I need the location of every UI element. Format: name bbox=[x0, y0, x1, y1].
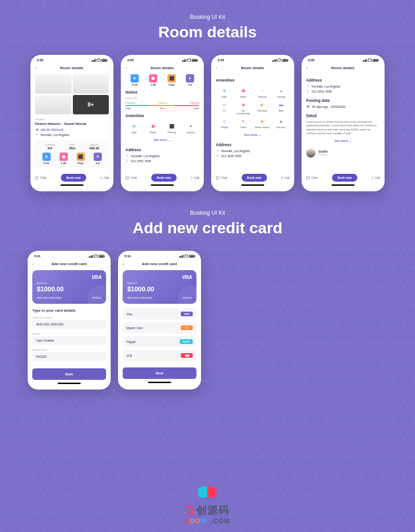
page-title: Room details bbox=[306, 66, 380, 70]
status-icons bbox=[179, 255, 195, 258]
page-header: ‹ Room details bbox=[306, 64, 380, 74]
room-location: ⌖Norwalk, Los Angeles bbox=[35, 133, 109, 136]
address-title: Address bbox=[306, 78, 380, 83]
phone-room-1: 9:09 ‹ Room details 8+ House 2 Desert He… bbox=[30, 55, 113, 191]
amenity-item[interactable]: ◉Air conditioning bbox=[235, 101, 252, 115]
amenities-title: Amenities bbox=[125, 113, 199, 118]
home-indicator[interactable] bbox=[151, 184, 174, 186]
posting-title: Posting date bbox=[306, 98, 380, 103]
status-bar: 9:09 bbox=[216, 59, 290, 64]
home-indicator[interactable] bbox=[332, 184, 355, 186]
amenity-item[interactable]: ◐Washing bbox=[254, 101, 271, 115]
amenity-item[interactable]: ◆Water heater bbox=[254, 118, 271, 129]
call-button[interactable]: ▯ Call bbox=[281, 176, 290, 180]
amenity-item[interactable]: ⬣Water bbox=[144, 123, 161, 134]
amenity-item[interactable]: ▭TV bbox=[216, 101, 233, 115]
home-indicator[interactable] bbox=[241, 184, 264, 186]
phone-icon: ▯ bbox=[306, 89, 310, 93]
call-button[interactable]: ▯ Call bbox=[191, 176, 199, 180]
home-indicator[interactable] bbox=[58, 383, 81, 384]
status-bar: 9:41 bbox=[32, 254, 106, 260]
card-expiry: 09/2022 bbox=[183, 296, 192, 299]
amenity-item[interactable]: ⬥Internet bbox=[273, 87, 290, 98]
gallery-image[interactable] bbox=[35, 74, 71, 94]
section1-title: Room details bbox=[0, 23, 415, 41]
chat-button[interactable]: 💬 Chat bbox=[125, 176, 137, 180]
feature-icon: ⬛ bbox=[167, 74, 176, 83]
battery-icon bbox=[101, 59, 107, 62]
amenity-item[interactable]: ⬣Water bbox=[235, 87, 252, 98]
call-button[interactable]: ▯ Call bbox=[372, 176, 380, 180]
payment-option[interactable]: VisaVISA bbox=[123, 308, 196, 319]
see-more-button[interactable]: See more bbox=[306, 139, 380, 143]
gallery-more-button[interactable]: 8+ bbox=[73, 95, 109, 114]
battery-icon bbox=[373, 59, 378, 62]
watermark-url: LOOWP.COM bbox=[185, 517, 230, 525]
card-number: 4829 0921 8393 6666 bbox=[127, 296, 152, 299]
amenity-icon: ✦ bbox=[187, 123, 195, 130]
feature-icon: ✦ bbox=[94, 153, 102, 161]
balance-label: Balance bbox=[127, 282, 192, 284]
see-more-button[interactable]: See more bbox=[216, 133, 290, 137]
stats-row: Available0/4Size35mDeposit430.36 bbox=[38, 143, 106, 150]
payment-option[interactable]: Master Card●● bbox=[123, 322, 196, 333]
page-header: ‹ Add new credit card bbox=[32, 260, 106, 270]
status-icons bbox=[92, 59, 107, 62]
card-number: 4829 0921 8393 6666 bbox=[37, 296, 62, 299]
book-now-button[interactable]: Book now bbox=[332, 174, 357, 182]
call-button[interactable]: ▯ Call bbox=[101, 176, 109, 180]
expiry-input[interactable]: 09/2022 bbox=[32, 352, 106, 361]
payment-option[interactable]: JCB▮▮▮ bbox=[123, 350, 196, 361]
book-now-button[interactable]: Book now bbox=[151, 174, 177, 182]
amenity-item[interactable]: ✦Internet bbox=[182, 123, 199, 134]
chat-button[interactable]: 💬 Chat bbox=[35, 176, 47, 180]
phone-room-3: 9:09 ‹ Room details Amenities ❄Light⬣Wat… bbox=[211, 55, 294, 191]
amenity-item[interactable]: ❄Light bbox=[125, 123, 142, 134]
form-title: Type in your card details bbox=[32, 308, 106, 313]
chat-button[interactable]: 💬 Chat bbox=[216, 176, 227, 180]
features-row: ❄0.16⬣1.29⬛Free✦4.3 bbox=[38, 153, 106, 165]
payment-badge-icon: PayPal bbox=[180, 339, 193, 344]
status-time: 9:09 bbox=[37, 59, 43, 62]
gallery-image[interactable] bbox=[73, 74, 109, 94]
payment-option[interactable]: PaypalPayPal bbox=[123, 336, 196, 347]
pin-icon: ⌖ bbox=[125, 154, 129, 158]
name-label: Name bbox=[32, 332, 106, 335]
poster-row[interactable]: Justin 3 rooms bbox=[306, 148, 380, 158]
status-time: 9:09 bbox=[308, 59, 314, 62]
amenity-item[interactable]: ▬Bed bbox=[273, 101, 290, 115]
amenity-item[interactable]: ▲Security bbox=[273, 118, 290, 129]
photo-gallery[interactable]: 8+ bbox=[35, 74, 109, 114]
signal-icon bbox=[363, 59, 367, 62]
calendar-icon: ▦ bbox=[306, 105, 310, 108]
book-now-button[interactable]: Book now bbox=[61, 174, 86, 182]
stat: Deposit430.36 bbox=[89, 143, 99, 150]
page-title: Room details bbox=[35, 66, 109, 70]
amenity-item[interactable]: ▾Toilet bbox=[235, 118, 252, 129]
see-more-button[interactable]: See more bbox=[125, 138, 199, 142]
card-expiry: 09/2022 bbox=[92, 296, 101, 299]
price-icon: ◈ bbox=[35, 128, 39, 131]
account-input[interactable]: 4829 0921 8393 666 bbox=[32, 320, 106, 329]
book-now-button[interactable]: Book now bbox=[242, 174, 267, 182]
next-button[interactable]: Next bbox=[123, 367, 196, 379]
name-input[interactable]: Capi Creative bbox=[32, 336, 106, 345]
amenity-icon: ◆ bbox=[259, 118, 266, 125]
gallery-image[interactable] bbox=[35, 95, 71, 114]
save-button[interactable]: Save bbox=[32, 368, 106, 380]
feature: ❄0.16 bbox=[130, 74, 139, 86]
chat-button[interactable]: 💬 Chat bbox=[306, 176, 318, 180]
address-phone: ▯012 3456 7899 bbox=[125, 159, 199, 163]
amenity-item[interactable]: ▪Parking bbox=[254, 87, 271, 98]
home-indicator[interactable] bbox=[148, 382, 171, 383]
amenity-item[interactable]: ▯Fridge bbox=[216, 118, 233, 129]
pin-icon: ⌖ bbox=[306, 84, 310, 88]
amenity-icon: ▯ bbox=[221, 118, 228, 125]
watermark-logo-icon bbox=[198, 483, 217, 502]
amenities-title: Amenities bbox=[216, 78, 290, 83]
amenity-grid: ❄Light⬣Water▪Parking⬥Internet▭TV◉Air con… bbox=[216, 87, 290, 129]
detail-title: Detail bbox=[306, 113, 380, 118]
amenity-item[interactable]: ⬛Parking bbox=[163, 123, 180, 134]
amenity-item[interactable]: ❄Light bbox=[216, 87, 233, 98]
home-indicator[interactable] bbox=[60, 184, 83, 186]
